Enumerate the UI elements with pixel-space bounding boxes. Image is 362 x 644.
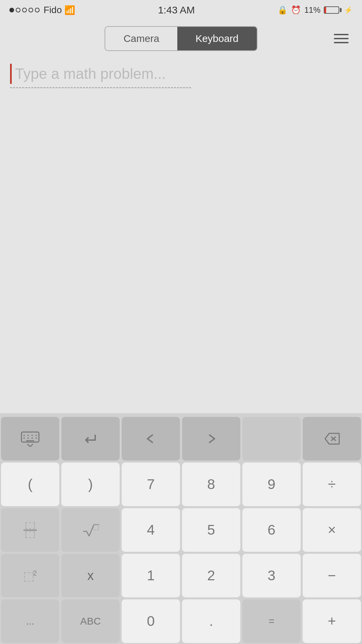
battery-tip: [340, 8, 342, 12]
keyboard-row-1: ( ) 7 8 9 ÷: [0, 462, 362, 507]
keyboard-row-2: 4 5 6 ×: [0, 507, 362, 553]
divide-button[interactable]: ÷: [303, 463, 361, 506]
battery-indicator: [324, 6, 342, 14]
signal-dot-5: [35, 8, 40, 12]
key-3-button[interactable]: 3: [242, 554, 301, 597]
more-label: ...: [26, 615, 34, 627]
signal-dots: [9, 8, 40, 12]
keyboard-row-4: ... ABC 0 . = +: [0, 598, 362, 644]
key-1-label: 1: [147, 568, 155, 584]
fraction-button[interactable]: [1, 508, 59, 552]
charging-icon: ⚡: [344, 6, 353, 14]
paren-open-button[interactable]: (: [1, 463, 59, 506]
key-9-label: 9: [267, 476, 275, 492]
sqrt-button[interactable]: [61, 508, 120, 552]
hamburger-icon: [334, 38, 349, 39]
math-input-wrapper[interactable]: Type a math problem...: [10, 64, 191, 88]
keyboard-hide-icon: [20, 431, 40, 447]
signal-dot-1: [9, 8, 14, 12]
exponent-button[interactable]: 2: [1, 554, 59, 597]
more-button[interactable]: ...: [1, 599, 59, 643]
math-keyboard: ( ) 7 8 9 ÷: [0, 413, 362, 644]
text-cursor: [10, 64, 12, 84]
key-4-label: 4: [147, 522, 155, 538]
hamburger-icon: [334, 34, 349, 35]
tab-switcher: Camera Keyboard: [105, 26, 257, 51]
arrow-left-icon: [142, 430, 160, 447]
variable-x-button[interactable]: x: [61, 554, 120, 597]
fraction-icon: [23, 522, 37, 538]
status-right: 🔒 ⏰ 11% ⚡: [278, 5, 353, 15]
abc-label: ABC: [80, 615, 101, 627]
key-0-label: 0: [147, 613, 155, 629]
battery-fill: [324, 7, 326, 13]
menu-button[interactable]: [330, 31, 352, 47]
key-5-label: 5: [207, 522, 215, 538]
key-0-button[interactable]: 0: [122, 599, 180, 643]
space-button[interactable]: [242, 417, 301, 461]
keyboard-hide-button[interactable]: [1, 417, 59, 461]
signal-dot-4: [28, 8, 33, 12]
decimal-button[interactable]: .: [182, 599, 240, 643]
arrow-left-button[interactable]: [122, 417, 180, 461]
header: Camera Keyboard: [0, 20, 362, 57]
keyboard-toolbar-row: [0, 416, 362, 462]
add-button[interactable]: +: [303, 599, 361, 643]
carrier-label: Fido: [44, 5, 62, 15]
multiply-label: ×: [328, 522, 336, 538]
key-4-button[interactable]: 4: [122, 508, 180, 552]
key-6-label: 6: [267, 522, 275, 538]
enter-icon: [82, 430, 99, 447]
key-7-label: 7: [147, 476, 155, 492]
alarm-icon: ⏰: [291, 5, 301, 15]
divide-label: ÷: [328, 476, 336, 492]
math-input-placeholder: Type a math problem...: [15, 64, 166, 84]
decimal-label: .: [209, 613, 213, 629]
status-bar: Fido 📶 1:43 AM 🔒 ⏰ 11% ⚡: [0, 0, 362, 20]
key-7-button[interactable]: 7: [122, 463, 180, 506]
backspace-button[interactable]: [303, 417, 361, 461]
abc-button[interactable]: ABC: [61, 599, 120, 643]
paren-close-button[interactable]: ): [61, 463, 120, 506]
key-2-button[interactable]: 2: [182, 554, 240, 597]
status-left: Fido 📶: [9, 5, 75, 15]
lock-rotation-icon: 🔒: [278, 5, 288, 15]
sqrt-icon: [82, 521, 99, 539]
equals-button[interactable]: =: [242, 599, 301, 643]
signal-dot-3: [22, 8, 27, 12]
equals-label: =: [268, 615, 275, 627]
exponent-icon: 2: [21, 567, 39, 584]
key-9-button[interactable]: 9: [242, 463, 301, 506]
key-3-label: 3: [267, 568, 275, 584]
signal-dot-2: [16, 8, 20, 12]
subtract-button[interactable]: −: [303, 554, 361, 597]
subtract-label: −: [328, 568, 336, 584]
battery-percent: 11%: [304, 5, 320, 15]
key-5-button[interactable]: 5: [182, 508, 240, 552]
arrow-right-icon: [202, 430, 220, 447]
tab-camera[interactable]: Camera: [105, 27, 177, 50]
battery-body: [324, 6, 339, 14]
add-label: +: [328, 613, 336, 629]
paren-close-label: ): [88, 476, 93, 492]
time-display: 1:43 AM: [158, 4, 195, 16]
key-8-label: 8: [207, 476, 215, 492]
arrow-right-button[interactable]: [182, 417, 240, 461]
keyboard-row-3: 2 x 1 2 3 −: [0, 553, 362, 598]
multiply-button[interactable]: ×: [303, 508, 361, 552]
svg-rect-13: [94, 525, 99, 530]
backspace-icon: [323, 430, 341, 447]
enter-button[interactable]: [61, 417, 120, 461]
variable-x-label: x: [87, 569, 94, 583]
key-2-label: 2: [207, 568, 215, 584]
main-content: Type a math problem...: [0, 57, 362, 413]
paren-open-label: (: [28, 476, 33, 492]
key-8-button[interactable]: 8: [182, 463, 240, 506]
svg-marker-10: [325, 433, 339, 444]
key-6-button[interactable]: 6: [242, 508, 301, 552]
tab-keyboard[interactable]: Keyboard: [177, 27, 256, 50]
wifi-icon: 📶: [64, 5, 75, 15]
key-1-button[interactable]: 1: [122, 554, 180, 597]
hamburger-icon: [334, 42, 349, 43]
